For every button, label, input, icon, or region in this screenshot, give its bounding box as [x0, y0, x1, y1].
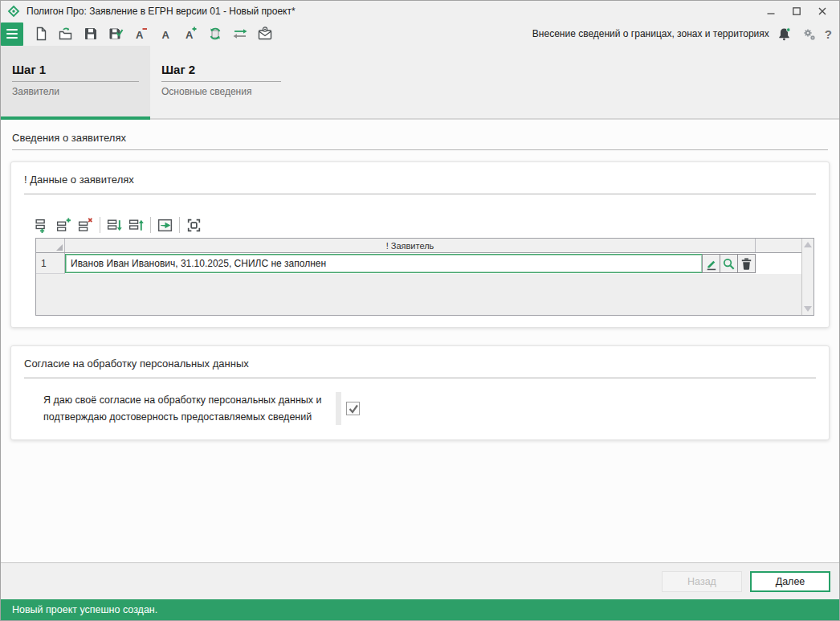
table-empty-area: [36, 274, 801, 315]
move-row-up-icon: [128, 217, 145, 234]
edit-applicant-button[interactable]: [702, 254, 720, 273]
table-vertical-scrollbar[interactable]: [801, 239, 813, 315]
scroll-down-icon[interactable]: [804, 306, 812, 312]
add-row-button[interactable]: [32, 215, 52, 235]
consent-panel: Согласие на обработку персональных данны…: [10, 345, 830, 440]
table-toolbar: [32, 215, 816, 235]
app-window: Полигон Про: Заявление в ЕГРН версии 01 …: [0, 0, 840, 621]
column-header-applicant[interactable]: ! Заявитель: [65, 239, 756, 252]
minimize-icon: [766, 6, 776, 16]
maximize-button[interactable]: [791, 6, 802, 17]
applicant-editor: Иванов Иван Иванович, 31.10.2025, СНИЛС …: [65, 253, 756, 274]
tab-step-2-title: Шаг 2: [161, 63, 281, 82]
search-magnifier-icon: [721, 256, 736, 272]
font-decrease-icon: А: [133, 26, 149, 42]
toolbar-separator: [100, 217, 100, 233]
edit-pencil-icon: [703, 256, 719, 272]
font-increase-icon: А: [182, 26, 198, 42]
window-title: Полигон Про: Заявление в ЕГРН версии 01 …: [27, 6, 765, 17]
transfer-arrows-icon: [232, 26, 248, 42]
open-project-icon: [58, 26, 74, 42]
app-logo-icon: [7, 5, 20, 18]
move-row-down-button[interactable]: [104, 215, 124, 235]
next-button[interactable]: Далее: [750, 571, 830, 592]
font-increase-button[interactable]: А: [181, 24, 200, 43]
row-number-cell[interactable]: 1: [36, 253, 65, 274]
save-check-icon: [108, 26, 124, 42]
toolbar-separator: [179, 217, 180, 233]
svg-text:А: А: [186, 29, 194, 41]
section-divider: [12, 149, 828, 150]
maximize-icon: [792, 6, 801, 16]
context-label: Внесение сведений о границах, зонах и те…: [532, 28, 769, 39]
step-tabs: Шаг 1 Заявители Шаг 2 Основные сведения: [1, 46, 839, 120]
delete-row-icon: [77, 217, 94, 234]
tab-step-1-title: Шаг 1: [12, 63, 139, 82]
send-mail-icon: [257, 26, 273, 42]
back-button[interactable]: Назад: [662, 571, 742, 592]
help-button[interactable]: ?: [825, 27, 832, 41]
xml-refresh-button[interactable]: [206, 24, 225, 43]
close-button[interactable]: [817, 6, 828, 17]
settings-gears-icon: [802, 27, 816, 41]
move-row-down-icon: [106, 217, 123, 234]
consent-panel-divider: [24, 378, 816, 378]
insert-row-button[interactable]: [54, 215, 74, 235]
xml-refresh-icon: [207, 26, 223, 42]
field-separator-strip: [336, 392, 341, 425]
applicant-value-input[interactable]: Иванов Иван Иванович, 31.10.2025, СНИЛС …: [65, 254, 703, 273]
import-row-button[interactable]: [155, 215, 175, 235]
table-header-row: ! Заявитель: [36, 239, 801, 253]
title-bar: Полигон Про: Заявление в ЕГРН версии 01 …: [1, 1, 839, 22]
select-all-triangle-icon: [56, 244, 63, 251]
window-controls: [765, 6, 839, 17]
import-row-icon: [157, 217, 173, 234]
tab-step-1[interactable]: Шаг 1 Заявители: [1, 46, 150, 118]
send-mail-button[interactable]: [255, 24, 275, 43]
open-project-button[interactable]: [56, 24, 75, 43]
consent-label: Я даю своё согласие на обработку персона…: [43, 392, 329, 425]
consent-panel-title: Согласие на обработку персональных данны…: [24, 357, 816, 370]
save-icon: [83, 26, 99, 42]
font-decrease-button[interactable]: А: [131, 24, 150, 43]
scroll-up-icon[interactable]: [804, 242, 812, 247]
delete-row-button[interactable]: [75, 215, 96, 235]
tab-step-2-subtitle: Основные сведения: [161, 86, 281, 97]
status-message: Новый проект успешно создан.: [12, 604, 157, 615]
section-title: Сведения о заявителях: [10, 120, 830, 144]
delete-trash-icon: [739, 256, 754, 272]
settings-button[interactable]: [800, 24, 819, 43]
table-row: 1 Иванов Иван Иванович, 31.10.2025, СНИЛ…: [36, 253, 801, 274]
notifications-button[interactable]: [775, 24, 794, 43]
tab-step-1-subtitle: Заявители: [12, 86, 139, 97]
move-row-up-button[interactable]: [126, 215, 146, 235]
add-row-icon: [34, 217, 51, 234]
main-content: Сведения о заявителях ! Данные о заявите…: [1, 120, 839, 562]
applicants-panel-divider: [24, 194, 816, 194]
delete-applicant-button[interactable]: [737, 254, 756, 273]
table-corner-cell[interactable]: [36, 239, 65, 252]
menu-button[interactable]: [1, 22, 23, 46]
checkmark-icon: [348, 403, 359, 415]
applicants-panel: ! Данные о заявителях: [10, 161, 830, 328]
consent-checkbox[interactable]: [346, 402, 360, 415]
new-project-button[interactable]: [31, 24, 51, 43]
applicants-panel-title: ! Данные о заявителях: [24, 174, 816, 186]
notifications-bell-icon: [777, 27, 791, 41]
expand-table-icon: [186, 217, 202, 234]
save-button[interactable]: [81, 24, 100, 43]
column-header-empty: [756, 239, 801, 252]
row-tail-cell: [756, 253, 801, 274]
new-project-icon: [33, 26, 49, 42]
search-applicant-button[interactable]: [720, 254, 738, 273]
font-default-icon: А: [157, 26, 173, 42]
svg-text:А: А: [136, 29, 144, 41]
save-as-button[interactable]: [106, 24, 125, 43]
minimize-button[interactable]: [765, 6, 777, 17]
status-bar: Новый проект успешно создан.: [1, 599, 839, 620]
tab-step-2[interactable]: Шаг 2 Основные сведения: [150, 46, 292, 118]
font-default-button[interactable]: А: [156, 24, 175, 43]
transfer-arrows-button[interactable]: [230, 24, 250, 43]
expand-table-button[interactable]: [184, 215, 204, 235]
toolbar-separator: [150, 217, 151, 233]
